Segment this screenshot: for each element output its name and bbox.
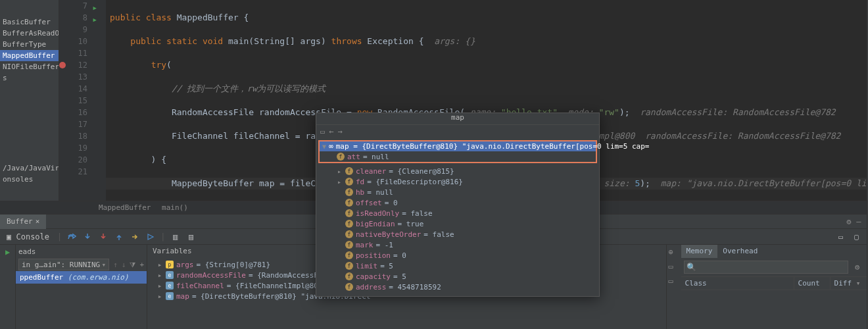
breadcrumb-class[interactable]: MappedBuffer <box>99 203 151 212</box>
breakpoint-icon[interactable] <box>59 62 66 68</box>
run-to-cursor-icon[interactable] <box>145 231 157 243</box>
step-out-icon[interactable] <box>113 231 125 243</box>
chevron-icon[interactable]: ▸ <box>157 282 163 290</box>
prev-frame-icon[interactable]: ↑ <box>113 261 118 269</box>
back-icon[interactable]: ← <box>329 127 333 136</box>
col-class[interactable]: Class <box>681 277 794 290</box>
tree-item[interactable]: BufferType <box>0 39 59 50</box>
close-icon[interactable]: × <box>36 215 40 229</box>
chevron-icon[interactable]: ▸ <box>336 168 343 175</box>
popup-field-node[interactable]: f limit = 5 <box>316 261 599 271</box>
popup-field-node[interactable]: f nativeByteOrder = false <box>316 229 599 240</box>
tool-icon[interactable]: ▭ <box>669 276 679 287</box>
var-type-icon: p <box>166 261 174 268</box>
field-icon: f <box>345 262 353 270</box>
popup-field-name: offset <box>356 199 382 207</box>
var-type-icon: e <box>166 292 174 300</box>
chevron-icon[interactable]: ▸ <box>157 261 163 269</box>
popup-field-value: = {Cleaner@815} <box>389 167 454 176</box>
search-icon: 🔍 <box>687 263 696 272</box>
tree-item[interactable]: BufferAsReadOnly <box>0 28 59 39</box>
popup-field-node[interactable]: f att = null <box>320 151 596 162</box>
popup-field-node[interactable]: ▸ f fd = {FileDescriptor@816} <box>316 176 599 187</box>
popup-field-name: hb <box>356 188 364 197</box>
frames-panel: eads in g…ain": RUNNING▾ ↑ ↓ ⧩ + ppedBuf… <box>16 245 147 329</box>
field-icon: f <box>345 272 353 280</box>
field-icon: f <box>345 167 353 175</box>
vars-side-toolbar: ⊕ ▭ ▭ <box>667 245 681 329</box>
gear-icon[interactable]: ⚙ <box>851 261 864 274</box>
force-step-into-icon[interactable] <box>97 231 109 243</box>
console-item[interactable]: onsoles <box>0 174 59 185</box>
popup-field-node[interactable]: f bigEndian = true <box>316 218 599 229</box>
popup-field-value: = 5 <box>380 262 393 270</box>
overhead-tab[interactable]: Overhead <box>717 245 763 258</box>
next-frame-icon[interactable]: ↓ <box>122 261 126 269</box>
layout-icon[interactable]: ▭ <box>835 231 847 243</box>
line-number: 15 <box>78 96 87 105</box>
popup-field-value: = false <box>423 230 454 239</box>
structure-tree[interactable]: BasicBuffer BufferAsReadOnly BufferType … <box>0 0 59 201</box>
tree-item-selected[interactable]: MappedBuffer <box>0 50 59 61</box>
popup-field-node[interactable]: f position = 0 <box>316 250 599 261</box>
gutter[interactable]: ▶7 ▶8 9 10 11 12 13 14 15 16 17 18 19 20… <box>59 0 95 201</box>
stack-frame[interactable]: ppedBuffer (com.erwa.nio) <box>16 271 147 284</box>
trace-icon[interactable]: ▤ <box>185 231 197 243</box>
step-into-icon[interactable] <box>82 231 93 243</box>
thread-selector[interactable]: in g…ain": RUNNING▾ <box>18 259 109 270</box>
new-watch-icon[interactable]: ⊕ <box>669 247 679 258</box>
popup-field-value: = null <box>363 153 389 161</box>
drop-frame-icon[interactable] <box>129 231 141 243</box>
popup-field-node[interactable]: f mark = -1 <box>316 240 599 250</box>
popup-field-node[interactable]: f hb = null <box>316 187 599 197</box>
popup-field-name: capacity <box>356 272 391 281</box>
popup-field-value: = -1 <box>376 241 394 249</box>
var-name: args <box>176 261 194 269</box>
popup-field-node[interactable]: ▸ f cleaner = {Cleaner@815} <box>316 166 599 176</box>
chevron-icon[interactable]: ▸ <box>336 178 343 186</box>
restore-icon[interactable]: ▢ <box>851 231 863 243</box>
popup-field-node[interactable]: f capacity = 5 <box>316 271 599 282</box>
add-icon[interactable]: + <box>139 261 144 269</box>
memory-tab[interactable]: Memory <box>681 245 718 258</box>
field-icon: f <box>345 220 353 228</box>
popup-root-node[interactable]: ▼ ∞ map = {DirectByteBuffer@810} "java.n… <box>320 141 596 151</box>
rerun-icon[interactable]: ▶ <box>5 247 10 257</box>
console-tab[interactable]: ▣ Console <box>3 232 53 241</box>
tree-item[interactable]: s <box>0 72 59 84</box>
line-number: 18 <box>78 132 87 141</box>
gear-icon[interactable]: ⚙ <box>846 217 851 226</box>
chevron-down-icon[interactable]: ▼ <box>322 143 326 150</box>
debug-tab[interactable]: Buffer × <box>0 215 46 229</box>
popup-root-label: map = {DirectByteBuffer@810} "java.nio.D… <box>336 142 650 151</box>
col-count[interactable]: Count <box>794 277 831 290</box>
popup-field-value: = false <box>402 209 432 218</box>
popup-field-value: = {FileDescriptor@816} <box>367 178 463 186</box>
popup-field-node[interactable]: f isReadOnly = false <box>316 208 599 218</box>
popup-field-value: = 0 <box>393 251 406 260</box>
popup-field-node[interactable]: f offset = 0 <box>316 197 599 208</box>
popup-tool-icon[interactable]: ▭ <box>320 127 325 136</box>
popup-field-value: = 0 <box>385 199 398 207</box>
chevron-icon[interactable]: ▸ <box>157 292 163 301</box>
var-value: = {String[0]@781} <box>197 261 271 269</box>
minimize-icon[interactable]: — <box>856 217 861 226</box>
filter-icon[interactable]: ⧩ <box>130 261 135 269</box>
step-over-icon[interactable] <box>66 231 78 243</box>
evaluate-popup[interactable]: map ▭ ← → ▼ ∞ map = {DirectByteBuffer@81… <box>316 113 600 297</box>
fold-column[interactable] <box>95 0 106 201</box>
tree-item[interactable]: NIOFileBuffer <box>0 61 59 72</box>
popup-field-value: = 4548718592 <box>389 283 441 291</box>
tree-item[interactable]: BasicBuffer <box>0 16 59 28</box>
breadcrumb-method[interactable]: main() <box>162 203 188 212</box>
popup-title: map <box>316 113 599 125</box>
console-item[interactable]: /Java/JavaVirtualM <box>0 163 59 174</box>
memory-search-input[interactable] <box>684 261 848 274</box>
col-diff[interactable]: Diff ▾ <box>831 277 867 290</box>
chevron-icon[interactable]: ▸ <box>157 271 163 280</box>
forward-icon[interactable]: → <box>337 127 342 136</box>
tool-icon[interactable]: ▭ <box>669 262 679 272</box>
evaluate-icon[interactable]: ▥ <box>170 231 181 243</box>
popup-field-name: address <box>356 283 386 291</box>
popup-field-node[interactable]: f address = 4548718592 <box>316 282 599 292</box>
